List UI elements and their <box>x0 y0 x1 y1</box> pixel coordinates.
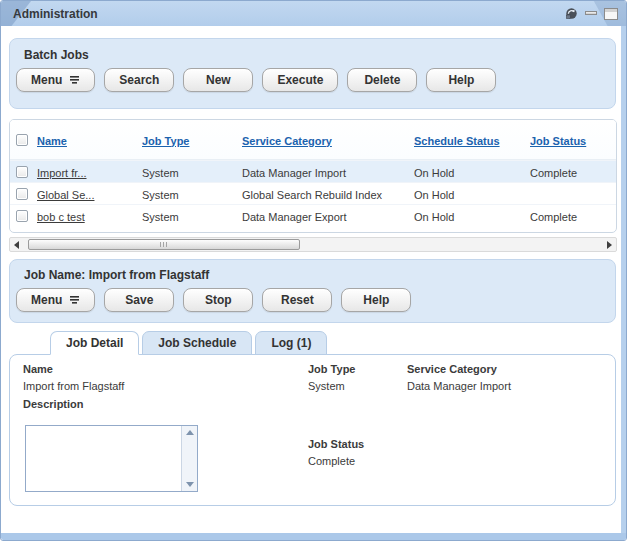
column-header-job-type[interactable]: Job Type <box>142 135 189 147</box>
name-value: Import from Flagstaff <box>23 380 124 392</box>
job-type-label: Job Type <box>308 363 355 375</box>
job-status-cell: Complete <box>530 167 577 179</box>
reset-button[interactable]: Reset <box>262 288 332 312</box>
stop-button[interactable]: Stop <box>183 288 253 312</box>
scroll-up-icon[interactable] <box>186 430 194 435</box>
job-status-label: Job Status <box>308 438 364 450</box>
window-controls <box>565 7 618 20</box>
horizontal-scrollbar[interactable] <box>9 237 617 252</box>
refresh-icon[interactable] <box>565 7 578 20</box>
service-category-value: Data Manager Import <box>407 380 511 392</box>
jobs-table-header: Name Job Type Service Category Schedule … <box>10 120 616 160</box>
administration-window: Administration Batch Jo <box>0 0 627 541</box>
job-name-title: Job Name: Import from Flagstaff <box>10 260 615 282</box>
maximize-icon[interactable] <box>604 8 618 20</box>
description-label: Description <box>23 398 84 410</box>
row-checkbox[interactable] <box>16 188 28 200</box>
column-header-job-status[interactable]: Job Status <box>530 135 586 147</box>
description-textarea[interactable] <box>25 425 198 492</box>
job-type-value: System <box>308 380 345 392</box>
job-menu-button[interactable]: Menu <box>16 288 95 312</box>
column-header-service-category[interactable]: Service Category <box>242 135 332 147</box>
table-row[interactable]: Global Se... System Global Search Rebuil… <box>10 182 616 204</box>
batch-menu-label: Menu <box>31 73 62 87</box>
select-all-checkbox[interactable] <box>16 134 28 146</box>
name-label: Name <box>23 363 53 375</box>
menu-caret-icon <box>69 293 80 307</box>
row-checkbox[interactable] <box>16 210 28 222</box>
new-button[interactable]: New <box>183 68 253 92</box>
job-status-value: Complete <box>308 455 355 467</box>
title-bar: Administration <box>1 1 626 26</box>
schedule-status-cell: On Hold <box>414 167 454 179</box>
search-button[interactable]: Search <box>104 68 174 92</box>
job-name-link[interactable]: bob c test <box>37 211 85 223</box>
job-type-cell: System <box>142 189 179 201</box>
job-detail-panel: Name Import from Flagstaff Description J… <box>9 354 616 506</box>
minimize-icon[interactable] <box>585 11 597 17</box>
execute-button[interactable]: Execute <box>262 68 338 92</box>
tab-job-detail[interactable]: Job Detail <box>50 331 139 355</box>
schedule-status-cell: On Hold <box>414 211 454 223</box>
job-type-cell: System <box>142 167 179 179</box>
menu-caret-icon <box>69 73 80 87</box>
job-type-cell: System <box>142 211 179 223</box>
textarea-scrollbar[interactable] <box>181 426 197 491</box>
batch-jobs-title: Batch Jobs <box>10 39 615 62</box>
table-row[interactable]: Import fr... System Data Manager Import … <box>10 160 616 182</box>
batch-jobs-panel: Batch Jobs Menu Search New Execute Delet… <box>9 38 616 109</box>
batch-jobs-toolbar: Menu Search New Execute Delete Help <box>10 62 615 92</box>
job-status-cell: Complete <box>530 211 577 223</box>
service-category-label: Service Category <box>407 363 497 375</box>
scroll-right-icon[interactable] <box>607 241 612 249</box>
job-name-link[interactable]: Global Se... <box>37 189 94 201</box>
window-frame-right <box>621 26 626 540</box>
column-header-schedule-status[interactable]: Schedule Status <box>414 135 500 147</box>
service-category-cell: Global Search Rebuild Index <box>242 189 382 201</box>
detail-tabs: Job Detail Job Schedule Log (1) <box>50 331 327 355</box>
description-textarea-value[interactable] <box>26 426 181 491</box>
service-category-cell: Data Manager Import <box>242 167 346 179</box>
delete-button[interactable]: Delete <box>347 68 417 92</box>
help-button-job[interactable]: Help <box>341 288 411 312</box>
table-row[interactable]: bob c test System Data Manager Export On… <box>10 204 616 226</box>
job-name-panel: Job Name: Import from Flagstaff Menu Sav… <box>9 259 616 323</box>
jobs-table: Name Job Type Service Category Schedule … <box>9 119 617 233</box>
job-toolbar: Menu Save Stop Reset Help <box>10 282 615 312</box>
scrollbar-thumb[interactable] <box>28 239 300 250</box>
row-checkbox[interactable] <box>16 166 28 178</box>
batch-menu-button[interactable]: Menu <box>16 68 95 92</box>
window-frame-bottom <box>1 533 626 540</box>
window-title: Administration <box>13 7 98 21</box>
scroll-down-icon[interactable] <box>186 482 194 487</box>
tab-job-schedule[interactable]: Job Schedule <box>142 331 252 355</box>
schedule-status-cell: On Hold <box>414 189 454 201</box>
service-category-cell: Data Manager Export <box>242 211 347 223</box>
job-name-link[interactable]: Import fr... <box>37 167 87 179</box>
save-button[interactable]: Save <box>104 288 174 312</box>
tab-log[interactable]: Log (1) <box>255 331 327 355</box>
column-header-name[interactable]: Name <box>37 135 67 147</box>
scroll-left-icon[interactable] <box>14 241 19 249</box>
job-menu-label: Menu <box>31 293 62 307</box>
help-button-batch[interactable]: Help <box>426 68 496 92</box>
